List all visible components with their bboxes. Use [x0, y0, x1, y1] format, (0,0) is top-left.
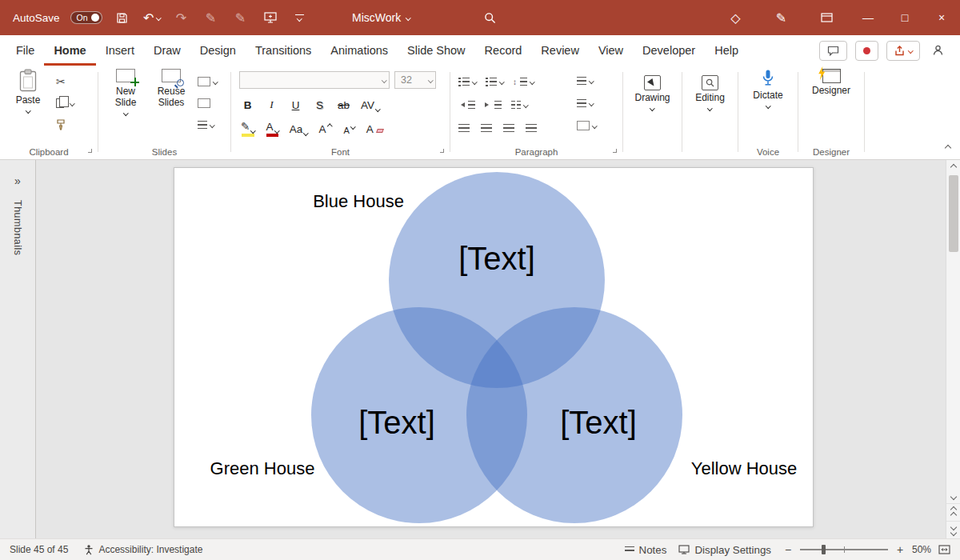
tab-review[interactable]: Review [531, 35, 589, 66]
gem-button[interactable]: ◇ [713, 0, 758, 35]
tab-slide-show[interactable]: Slide Show [398, 35, 475, 66]
italic-button[interactable]: I [265, 96, 278, 113]
undo-button[interactable]: ↶ [142, 5, 162, 30]
justify-button[interactable] [526, 120, 537, 136]
venn-text-blue[interactable]: [Text] [458, 241, 535, 277]
tab-transitions[interactable]: Transitions [246, 35, 321, 66]
notes-toggle-button[interactable]: Notes [625, 544, 667, 556]
maximize-button[interactable]: □ [886, 0, 923, 35]
tab-animations[interactable]: Animations [321, 35, 398, 66]
convert-to-smartart-button[interactable] [577, 118, 597, 134]
autosave-toggle[interactable]: On [70, 11, 102, 24]
increase-indent-button[interactable] [485, 97, 502, 113]
venn-text-green[interactable]: [Text] [358, 405, 435, 441]
collapse-ribbon-button[interactable] [946, 141, 950, 153]
bullets-button[interactable] [458, 74, 476, 90]
tab-home[interactable]: Home [44, 35, 95, 66]
venn-label-blue-house[interactable]: Blue House [313, 191, 404, 212]
venn-label-green-house[interactable]: Green House [210, 458, 315, 479]
slide-indicator[interactable]: Slide 45 of 45 [10, 544, 68, 555]
copy-button[interactable] [56, 95, 74, 111]
tab-draw[interactable]: Draw [144, 35, 190, 66]
text-shadow-button[interactable]: S [313, 96, 326, 113]
close-button[interactable]: × [923, 0, 960, 35]
align-text-button[interactable] [577, 95, 597, 111]
tab-view[interactable]: View [589, 35, 633, 66]
customize-quick-access-button[interactable] [290, 5, 310, 30]
underline-button[interactable]: U [289, 96, 302, 113]
minimize-button[interactable]: — [850, 0, 886, 35]
share-button[interactable] [886, 41, 921, 61]
redo-button[interactable]: ↷ [172, 5, 191, 30]
tab-design[interactable]: Design [190, 35, 246, 66]
clipboard-dialog-launcher[interactable] [86, 146, 94, 155]
tab-record[interactable]: Record [475, 35, 532, 66]
align-right-button[interactable] [503, 120, 514, 136]
font-size-combobox[interactable]: 32 [394, 71, 436, 89]
accessibility-status[interactable]: Accessibility: Investigate [84, 544, 202, 555]
cut-button[interactable]: ✂ [56, 74, 74, 90]
zoom-level[interactable]: 50% [912, 544, 931, 555]
people-button[interactable] [928, 38, 947, 63]
save-button[interactable] [113, 5, 132, 30]
slide-canvas[interactable]: Blue House [Text] [Text] Green House [Te… [174, 167, 814, 527]
zoom-slider[interactable] [800, 549, 888, 550]
comments-button[interactable] [819, 41, 847, 61]
thumbnails-pane-collapsed[interactable]: » Thumbnails [0, 160, 36, 538]
change-case-button[interactable]: Aa [290, 120, 308, 137]
ribbon-display-options-button[interactable] [804, 0, 850, 35]
expand-thumbnails-icon[interactable]: » [14, 174, 21, 187]
decrease-indent-button[interactable] [458, 97, 475, 113]
bold-button[interactable]: B [241, 96, 254, 113]
document-title[interactable]: MiscWork [352, 0, 410, 35]
pen-button[interactable]: ✎ [202, 5, 221, 30]
font-name-combobox[interactable] [239, 71, 390, 89]
venn-text-yellow[interactable]: [Text] [560, 405, 637, 441]
start-presentation-button[interactable] [261, 5, 280, 30]
tab-insert[interactable]: Insert [96, 35, 144, 66]
character-spacing-button[interactable]: AV [361, 96, 380, 113]
vertical-scrollbar[interactable] [946, 160, 960, 538]
scroll-up-button[interactable] [946, 160, 960, 174]
editing-button[interactable]: Editing [689, 75, 731, 110]
scrollbar-track[interactable] [946, 174, 960, 490]
drawing-button[interactable]: Drawing [631, 75, 674, 110]
search-button[interactable] [480, 5, 499, 30]
line-spacing-button[interactable]: ↕ [513, 74, 534, 90]
display-settings-button[interactable]: Display Settings [678, 544, 771, 556]
text-direction-button[interactable] [577, 73, 597, 89]
new-slide-button[interactable]: New Slide [105, 69, 146, 114]
fit-slide-to-window-button[interactable] [938, 545, 950, 554]
paste-button[interactable]: Paste [10, 69, 46, 112]
reset-slide-button[interactable] [198, 95, 218, 111]
zoom-in-button[interactable]: + [895, 543, 905, 556]
section-button[interactable] [198, 117, 218, 133]
font-color-button[interactable]: A [266, 120, 279, 137]
highlighter-button[interactable]: ✎ [231, 5, 250, 30]
next-slide-button[interactable] [946, 521, 960, 538]
slide-layout-button[interactable] [198, 74, 218, 90]
zoom-slider-thumb[interactable] [822, 545, 826, 554]
scrollbar-thumb[interactable] [949, 175, 958, 252]
columns-button[interactable] [511, 97, 528, 113]
zoom-out-button[interactable]: − [783, 543, 793, 556]
align-left-button[interactable] [458, 120, 470, 136]
dictate-button[interactable]: Dictate [750, 69, 786, 107]
venn-label-yellow-house[interactable]: Yellow House [691, 458, 798, 479]
strikethrough-button[interactable]: ab [337, 96, 350, 113]
text-highlight-button[interactable]: ✎ [241, 120, 255, 137]
font-dialog-launcher[interactable] [438, 146, 446, 155]
paragraph-dialog-launcher[interactable] [610, 146, 619, 155]
tab-developer[interactable]: Developer [633, 35, 705, 66]
decrease-font-size-button[interactable]: A [342, 120, 356, 137]
clear-formatting-button[interactable]: A [366, 120, 383, 137]
record-button[interactable] [855, 41, 878, 61]
titlebar-pen-button[interactable]: ✎ [758, 0, 804, 35]
format-painter-button[interactable] [56, 117, 74, 133]
increase-font-size-button[interactable]: A [318, 120, 332, 137]
numbering-button[interactable] [486, 74, 503, 90]
reuse-slides-button[interactable]: Reuse Slides [150, 69, 193, 109]
align-center-button[interactable] [481, 120, 492, 136]
tab-help[interactable]: Help [705, 35, 748, 66]
scroll-down-button[interactable] [946, 490, 960, 503]
